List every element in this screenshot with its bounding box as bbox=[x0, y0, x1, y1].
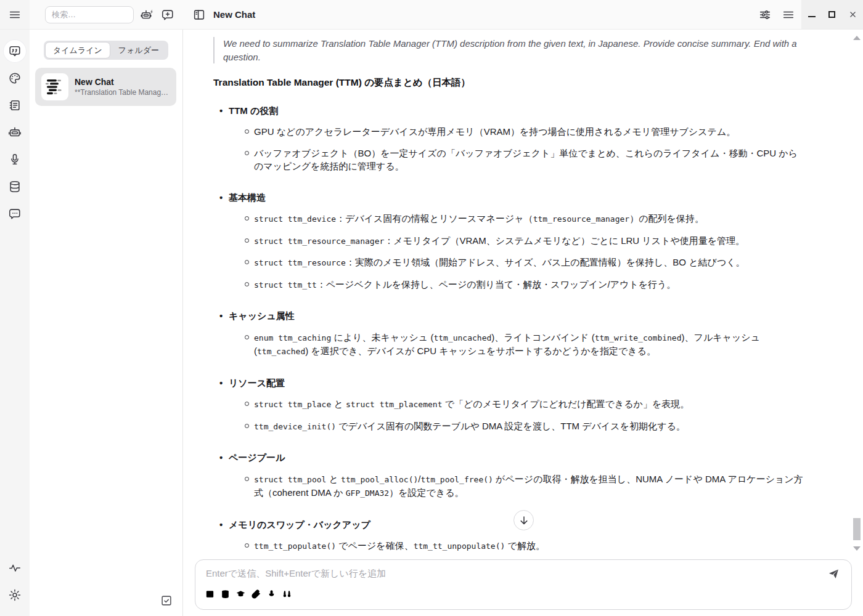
chat-item-preview: **Translation Table Manag… bbox=[75, 88, 168, 97]
user-prompt-quote: We need to summarize Translation Table M… bbox=[213, 37, 806, 63]
answer-heading: Translation Table Manager (TTM) の要点まとめ（日… bbox=[213, 76, 806, 89]
binoculars-icon[interactable] bbox=[282, 589, 292, 599]
answer-outline: TTM の役割GPU などのアクセラレーターデバイスが専用メモリ（VRAM）を持… bbox=[213, 104, 806, 553]
notebook-icon bbox=[8, 99, 22, 112]
close-button[interactable] bbox=[845, 7, 861, 23]
answer-section: ページプールstruct ttm_pool と ttm_pool_alloc()… bbox=[229, 451, 806, 500]
top-bar: New Chat bbox=[0, 0, 863, 30]
section-bullet: ttm_tt_populate() でページを確保、ttm_tt_unpopul… bbox=[254, 539, 806, 553]
send-icon[interactable] bbox=[827, 568, 840, 580]
rail-item-feedback[interactable] bbox=[4, 203, 26, 225]
section-bullet: バッファオブジェクト（BO）を一定サイズの「バッファオブジェクト」単位でまとめ、… bbox=[254, 147, 806, 173]
panel-toggle-icon[interactable] bbox=[192, 8, 206, 22]
menu-icon[interactable] bbox=[8, 8, 22, 22]
section-bullet: struct ttm_place と struct ttm_placement … bbox=[254, 397, 806, 411]
section-title: キャッシュ属性 bbox=[229, 309, 806, 323]
main-pane: We need to summarize Translation Table M… bbox=[183, 30, 863, 616]
section-bullet: GPU などのアクセラレーターデバイスが専用メモリ（VRAM）を持つ場合に使用さ… bbox=[254, 125, 806, 139]
rail-item-activity[interactable] bbox=[4, 557, 26, 579]
terminal-icon[interactable] bbox=[205, 589, 215, 599]
chat-menu-icon[interactable] bbox=[782, 8, 795, 22]
new-chat-icon[interactable] bbox=[161, 8, 174, 22]
answer-section: キャッシュ属性enum ttm_caching により、未キャッシュ (ttm_… bbox=[229, 309, 806, 359]
answer-section: TTM の役割GPU などのアクセラレーターデバイスが専用メモリ（VRAM）を持… bbox=[229, 104, 806, 173]
section-title: TTM の役割 bbox=[229, 104, 806, 118]
rail-item-settings[interactable] bbox=[4, 584, 26, 606]
tab-folders[interactable]: フォルダー bbox=[110, 42, 167, 59]
scroll-to-bottom-button[interactable] bbox=[513, 510, 534, 530]
message-composer[interactable] bbox=[195, 559, 852, 610]
comment-dots-icon bbox=[8, 207, 22, 221]
maximize-button[interactable] bbox=[824, 7, 840, 23]
rail-item-notes[interactable] bbox=[4, 94, 26, 116]
left-icon-rail bbox=[0, 30, 30, 616]
section-bullet: struct ttm_resource：実際のメモリ領域（開始アドレス、サイズ、… bbox=[254, 256, 806, 270]
scrollbar-up-arrow[interactable] bbox=[853, 36, 861, 40]
message-input[interactable] bbox=[206, 568, 822, 585]
window-controls bbox=[801, 0, 863, 29]
section-title: 基本構造 bbox=[229, 191, 806, 205]
app-window: New Chat タイムライン フォルダー bbox=[0, 0, 863, 616]
microphone-icon bbox=[8, 153, 22, 166]
section-bullet: struct ttm_resource_manager：メモリタイプ（VRAM、… bbox=[254, 234, 806, 248]
model-settings-icon[interactable] bbox=[758, 8, 772, 22]
answer-section: リソース配置struct ttm_place と struct ttm_plac… bbox=[229, 376, 806, 434]
search-input[interactable] bbox=[45, 6, 134, 23]
section-bullet: struct ttm_tt：ページベクトルを保持し、ページの割り当て・解放・スワ… bbox=[254, 278, 806, 292]
graduation-cap-icon[interactable] bbox=[235, 589, 246, 599]
arrow-down-icon bbox=[517, 514, 531, 527]
composer-toolbar bbox=[205, 589, 292, 599]
minimize-button[interactable] bbox=[804, 7, 820, 23]
chat-quote-icon bbox=[8, 44, 22, 58]
activity-icon bbox=[8, 561, 22, 575]
database-icon[interactable] bbox=[220, 589, 231, 599]
microphone-icon[interactable] bbox=[266, 589, 277, 599]
section-bullet: enum ttm_caching により、未キャッシュ (ttm_uncache… bbox=[254, 331, 806, 359]
rail-item-voice[interactable] bbox=[4, 148, 26, 171]
section-title: ページプール bbox=[229, 451, 806, 464]
scrollbar-down-arrow[interactable] bbox=[853, 546, 861, 551]
chat-item-title: New Chat bbox=[75, 77, 168, 87]
scrollbar[interactable] bbox=[853, 31, 861, 556]
rail-item-appearance[interactable] bbox=[4, 67, 26, 89]
select-chats-icon[interactable] bbox=[160, 594, 173, 607]
chat-thumbnail bbox=[41, 73, 68, 100]
sidebar-tabs: タイムライン フォルダー bbox=[44, 41, 168, 60]
rail-item-chats[interactable] bbox=[4, 40, 26, 62]
palette-icon bbox=[8, 71, 22, 85]
gear-icon bbox=[8, 588, 22, 602]
scrollbar-thumb[interactable] bbox=[853, 518, 861, 540]
section-bullet: ttm_device_init() でデバイス固有の関数テーブルや DMA 設定… bbox=[254, 419, 806, 434]
section-title: リソース配置 bbox=[229, 376, 806, 390]
paperclip-icon[interactable] bbox=[251, 589, 261, 599]
quick-assistant-icon[interactable] bbox=[141, 8, 154, 22]
robot-icon bbox=[8, 126, 22, 139]
chat-transcript: We need to summarize Translation Table M… bbox=[183, 30, 863, 559]
tab-timeline[interactable]: タイムライン bbox=[45, 42, 110, 59]
section-bullet: struct ttm_pool と ttm_pool_alloc()/ttm_p… bbox=[254, 472, 806, 500]
rail-item-data[interactable] bbox=[4, 176, 26, 198]
page-title: New Chat bbox=[213, 9, 255, 20]
answer-section: 基本構造struct ttm_device：デバイス固有の情報とリソースマネージ… bbox=[229, 191, 806, 292]
sidebar: タイムライン フォルダー bbox=[30, 30, 183, 616]
chat-list-item[interactable]: New Chat **Translation Table Manag… bbox=[35, 68, 176, 106]
section-bullet: struct ttm_device：デバイス固有の情報とリソースマネージャ（tt… bbox=[254, 212, 806, 226]
database-icon bbox=[8, 180, 22, 193]
rail-item-assistants[interactable] bbox=[4, 121, 26, 144]
